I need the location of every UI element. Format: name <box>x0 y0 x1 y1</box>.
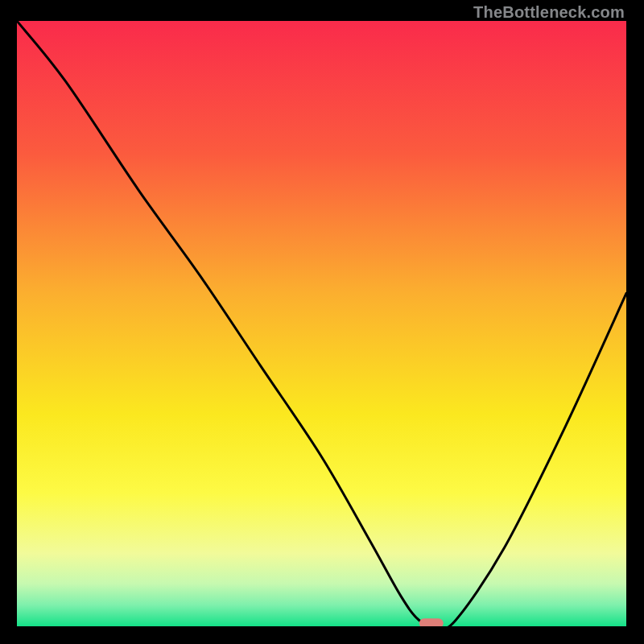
optimal-marker <box>419 618 444 626</box>
gradient-background <box>17 21 626 626</box>
chart-frame <box>17 21 626 626</box>
bottleneck-chart <box>17 21 626 626</box>
attribution-text: TheBottleneck.com <box>473 3 625 22</box>
